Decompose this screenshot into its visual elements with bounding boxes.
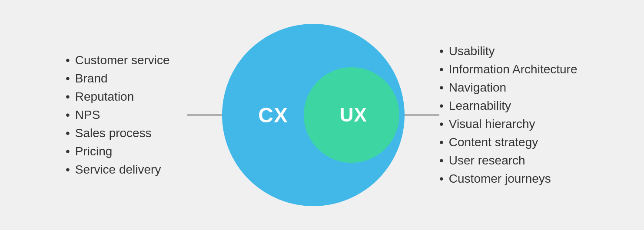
list-item: Visual hierarchy bbox=[439, 115, 604, 133]
list-item: Reputation bbox=[66, 88, 187, 106]
list-item: Customer service bbox=[66, 51, 187, 69]
cx-items-list: Customer serviceBrandReputationNPSSales … bbox=[66, 51, 187, 179]
list-item: Sales process bbox=[66, 124, 187, 142]
list-item: Content strategy bbox=[439, 133, 604, 151]
right-connector bbox=[405, 115, 439, 115]
list-item: Service delivery bbox=[66, 161, 187, 179]
ux-label: UX bbox=[340, 104, 367, 126]
cx-label: CX bbox=[258, 103, 288, 127]
list-item: Customer journeys bbox=[439, 170, 604, 188]
list-item: Pricing bbox=[66, 142, 187, 161]
left-list: Customer serviceBrandReputationNPSSales … bbox=[40, 51, 187, 179]
left-connector bbox=[187, 115, 222, 115]
diagram-container: Customer serviceBrandReputationNPSSales … bbox=[0, 0, 644, 230]
list-item: NPS bbox=[66, 106, 187, 124]
list-item: Brand bbox=[66, 69, 187, 88]
list-item: Learnability bbox=[439, 97, 604, 115]
venn-diagram: CX UX bbox=[222, 24, 405, 206]
list-item: Usability bbox=[439, 42, 604, 60]
list-item: Navigation bbox=[439, 79, 604, 97]
ux-items-list: UsabilityInformation ArchitectureNavigat… bbox=[439, 42, 604, 188]
right-list: UsabilityInformation ArchitectureNavigat… bbox=[439, 42, 604, 188]
list-item: User research bbox=[439, 151, 604, 170]
list-item: Information Architecture bbox=[439, 60, 604, 79]
